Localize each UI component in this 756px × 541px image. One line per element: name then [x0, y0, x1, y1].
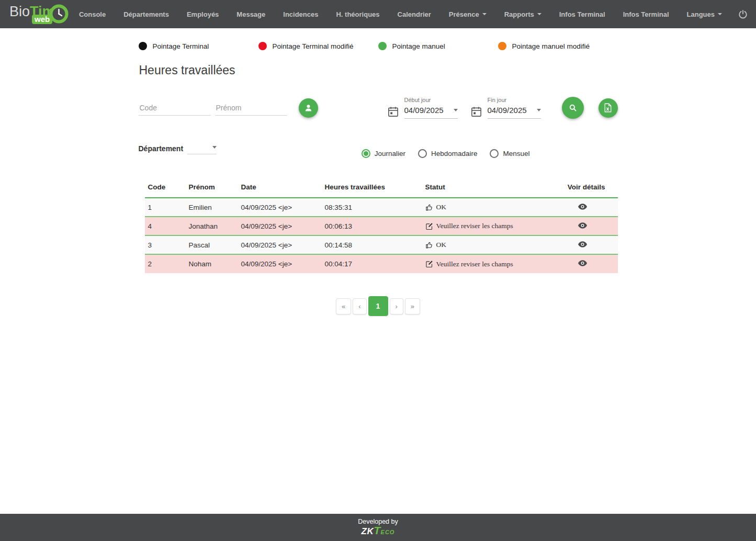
view-details-button[interactable]	[575, 221, 590, 231]
view-details-button[interactable]	[575, 240, 590, 250]
date-range-zone: Début jour 04/09/2025 Fin jour 04/09/202…	[387, 97, 618, 119]
cell-date: 04/09/2025 <je>	[238, 217, 322, 235]
chevron-down-icon	[482, 13, 487, 15]
eye-icon	[578, 260, 587, 266]
cell-date: 04/09/2025 <je>	[238, 235, 322, 254]
nav-langues[interactable]: Langues	[678, 5, 731, 24]
radio-icon	[362, 149, 370, 158]
cell-prenom: Noham	[186, 254, 238, 273]
department-row: Département Journalier Hebdomadaire Mens…	[139, 143, 618, 158]
cell-prenom: Pascal	[186, 235, 238, 254]
view-details-button[interactable]	[575, 202, 590, 212]
calendar-icon[interactable]	[387, 106, 399, 118]
chevron-down-icon	[537, 13, 541, 15]
pagination-next-button[interactable]: ›	[390, 298, 403, 314]
table-row: 3 Pascal 04/09/2025 <je> 00:14:58 OK	[145, 235, 618, 254]
cell-code: 2	[145, 254, 186, 273]
legend-label: Pointage Terminal modifié	[273, 42, 354, 50]
cell-heures: 08:35:31	[322, 198, 422, 217]
cell-code: 1	[145, 198, 186, 217]
cell-prenom: Emilien	[186, 198, 238, 217]
radio-icon	[418, 149, 427, 158]
cell-date: 04/09/2025 <je>	[238, 254, 322, 273]
logo-bio: Bio	[9, 4, 30, 19]
cell-code: 4	[145, 217, 186, 235]
legend-pointage-manuel: Pointage manuel	[378, 42, 498, 50]
export-excel-button[interactable]	[599, 98, 618, 118]
pagination-first-button[interactable]: «	[336, 298, 351, 314]
radio-journalier[interactable]: Journalier	[362, 149, 405, 158]
col-heures: Heures travaillées	[322, 179, 422, 198]
pagination-page-1-button[interactable]: 1	[368, 296, 388, 316]
nav-calendrier[interactable]: Calendrier	[389, 5, 440, 24]
person-icon	[304, 104, 313, 112]
table-row: 4 Jonathan 04/09/2025 <je> 00:06:13 Veui…	[145, 217, 618, 235]
edit-icon	[425, 260, 433, 268]
nav-employes[interactable]: Employés	[178, 5, 228, 24]
pagination-prev-button[interactable]: ‹	[353, 298, 366, 314]
filter-bar: Début jour 04/09/2025 Fin jour 04/09/202…	[139, 97, 618, 119]
black-dot-icon	[139, 42, 147, 50]
fin-jour-value: 04/09/2025	[488, 106, 527, 115]
cell-heures: 00:06:13	[322, 217, 422, 235]
eye-icon	[578, 204, 587, 210]
radio-hebdomadaire[interactable]: Hebdomadaire	[418, 149, 478, 158]
debut-jour-label: Début jour	[404, 97, 458, 103]
chevron-down-icon[interactable]	[537, 109, 541, 111]
debut-jour-field[interactable]: Début jour 04/09/2025	[404, 97, 458, 119]
calendar-icon[interactable]	[470, 106, 482, 118]
main-content: Heures travaillées Début jour 04/09/2025	[139, 50, 618, 316]
page-title: Heures travaillées	[139, 63, 618, 77]
period-radio-group: Journalier Hebdomadaire Mensuel	[362, 149, 530, 158]
pagination-last-button[interactable]: »	[405, 298, 420, 314]
top-navbar: BioTime web Console Départements Employé…	[0, 0, 756, 28]
cell-prenom: Jonathan	[186, 217, 238, 235]
fin-jour-field[interactable]: Fin jour 04/09/2025	[488, 97, 541, 119]
nav-h-theoriques[interactable]: H. théoriques	[327, 5, 388, 24]
nav-infos-terminal-2[interactable]: Infos Terminal	[614, 5, 678, 24]
nav-infos-terminal-1[interactable]: Infos Terminal	[550, 5, 614, 24]
zkteco-logo: ZKTECO	[362, 526, 395, 537]
nav-message[interactable]: Message	[228, 5, 274, 24]
search-icon	[568, 103, 578, 112]
departement-select[interactable]	[187, 143, 217, 154]
view-details-button[interactable]	[575, 259, 590, 269]
cell-statut: Veuillez reviser les champs	[422, 254, 548, 273]
code-input[interactable]	[139, 100, 211, 116]
file-excel-icon	[604, 103, 612, 112]
col-date: Date	[238, 179, 322, 198]
legend-pointage-terminal-modifie: Pointage Terminal modifié	[258, 42, 378, 50]
prenom-input[interactable]	[215, 100, 287, 116]
logout-power-button[interactable]	[738, 9, 748, 19]
radio-icon	[490, 149, 499, 158]
departement-label: Département	[139, 143, 184, 153]
table-header-row: Code Prénom Date Heures travaillées Stat…	[145, 179, 618, 198]
col-prenom: Prénom	[186, 179, 238, 198]
legend-pointage-terminal: Pointage Terminal	[139, 42, 258, 50]
nav-rapports[interactable]: Rapports	[495, 5, 550, 24]
edit-icon	[425, 222, 433, 230]
nav-console[interactable]: Console	[70, 5, 115, 24]
nav-departements[interactable]: Départements	[115, 5, 178, 24]
search-button[interactable]	[562, 97, 584, 119]
col-code: Code	[145, 179, 186, 198]
cell-code: 3	[145, 235, 186, 254]
employee-filter-button[interactable]	[299, 98, 318, 118]
table-row: 2 Noham 04/09/2025 <je> 00:04:17 Veuille…	[145, 254, 618, 273]
nav-incidences[interactable]: Incidences	[274, 5, 327, 24]
cell-date: 04/09/2025 <je>	[238, 198, 322, 217]
legend-pointage-manuel-modifie: Pointage manuel modifié	[498, 42, 618, 50]
eye-icon	[578, 241, 587, 247]
footer: Developed by ZKTECO	[0, 514, 756, 541]
table-row: 1 Emilien 04/09/2025 <je> 08:35:31 OK	[145, 198, 618, 217]
clock-icon	[49, 4, 69, 24]
chevron-down-icon[interactable]	[454, 109, 458, 111]
radio-mensuel[interactable]: Mensuel	[490, 149, 529, 158]
nav-presence[interactable]: Présence	[440, 5, 495, 24]
pagination: « ‹ 1 › »	[139, 296, 618, 316]
thumbs-up-icon	[425, 241, 433, 249]
red-dot-icon	[258, 42, 267, 50]
biotime-logo: BioTime web	[9, 0, 68, 28]
pointage-legend: Pointage Terminal Pointage Terminal modi…	[139, 42, 618, 50]
chevron-down-icon	[212, 146, 217, 149]
